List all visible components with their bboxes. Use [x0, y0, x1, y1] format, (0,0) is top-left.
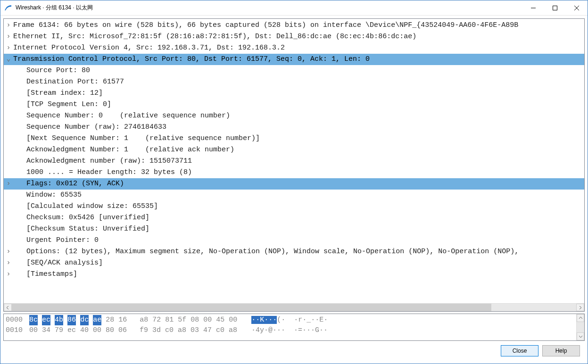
window-buttons — [522, 0, 588, 15]
tree-item-label: Flags: 0x012 (SYN, ACK) — [26, 178, 584, 190]
hex-dump[interactable]: 00008c ec 4b 86 dc ae 28 16 a8 72 81 5f … — [4, 314, 576, 340]
tree-row[interactable]: ›[SEQ/ACK analysis] — [4, 257, 584, 269]
tree-toggle-empty — [4, 133, 13, 144]
window: Wireshark · 分组 6134 · 以太网 ›Frame 6134: 6… — [0, 0, 588, 364]
tree-item-label: Source Port: 80 — [26, 65, 584, 76]
tree-row[interactable]: Checksum: 0x5426 [unverified] — [4, 212, 584, 223]
content-area: ›Frame 6134: 66 bytes on wire (528 bits)… — [0, 16, 588, 364]
tree-toggle-empty — [4, 167, 13, 178]
collapse-icon[interactable]: ⌄ — [4, 54, 13, 65]
expand-icon[interactable]: › — [4, 42, 13, 54]
tree-item-label: Internet Protocol Version 4, Src: 192.16… — [13, 42, 584, 54]
tree-toggle-empty — [4, 65, 13, 76]
tree-row[interactable]: ›Ethernet II, Src: Microsof_72:81:5f (28… — [4, 31, 584, 42]
tree-toggle-empty — [4, 99, 13, 110]
packet-details-tree[interactable]: ›Frame 6134: 66 bytes on wire (528 bits)… — [4, 19, 584, 303]
tree-row[interactable]: [Checksum Status: Unverified] — [4, 223, 584, 235]
expand-icon[interactable]: › — [4, 246, 13, 257]
tree-row[interactable]: ›Internet Protocol Version 4, Src: 192.1… — [4, 42, 584, 54]
tree-item-label: Acknowledgment number (raw): 1515073711 — [26, 156, 584, 167]
tree-item-label: Ethernet II, Src: Microsof_72:81:5f (28:… — [13, 31, 584, 42]
hex-scroll-up-button[interactable] — [577, 314, 584, 322]
packet-bytes-pane[interactable]: 00008c ec 4b 86 dc ae 28 16 a8 72 81 5f … — [3, 314, 585, 341]
expand-icon[interactable]: › — [4, 31, 13, 42]
tree-row[interactable]: Urgent Pointer: 0 — [4, 235, 584, 246]
svg-rect-0 — [553, 6, 557, 10]
tree-row[interactable]: ›Flags: 0x012 (SYN, ACK) — [4, 178, 584, 190]
hex-bytes[interactable]: 00 34 79 ec 40 00 80 06 f9 3d c0 a8 03 4… — [29, 325, 237, 336]
titlebar[interactable]: Wireshark · 分组 6134 · 以太网 — [0, 0, 588, 16]
tree-toggle-empty — [4, 212, 13, 223]
tree-row[interactable]: [Stream index: 12] — [4, 88, 584, 99]
wireshark-icon — [4, 4, 12, 12]
tree-toggle-empty — [4, 201, 13, 212]
expand-icon[interactable]: › — [4, 257, 13, 269]
tree-toggle-empty — [4, 223, 13, 235]
help-button[interactable]: Help — [542, 345, 580, 356]
tree-item-label: Destination Port: 61577 — [26, 76, 584, 88]
packet-details-pane[interactable]: ›Frame 6134: 66 bytes on wire (528 bits)… — [3, 18, 585, 312]
tree-item-label: [Checksum Status: Unverified] — [26, 223, 584, 235]
tree-row[interactable]: ›[Timestamps] — [4, 269, 584, 280]
tree-item-label: Sequence Number (raw): 2746184633 — [26, 122, 584, 133]
scrollbar-track[interactable] — [12, 304, 576, 311]
maximize-button[interactable] — [544, 0, 566, 15]
tree-row[interactable]: ›Options: (12 bytes), Maximum segment si… — [4, 246, 584, 257]
tree-toggle-empty — [4, 88, 13, 99]
tree-toggle-empty — [4, 156, 13, 167]
tree-row[interactable]: Acknowledgment Number: 1 (relative ack n… — [4, 144, 584, 156]
hex-offset: 0000 — [6, 315, 29, 325]
tree-row[interactable]: Sequence Number (raw): 2746184633 — [4, 122, 584, 133]
hex-line[interactable]: 001000 34 79 ec 40 00 80 06 f9 3d c0 a8 … — [6, 325, 574, 336]
hex-ascii[interactable]: ·4y·@··· ·=···G·· — [251, 325, 328, 336]
tree-item-label: [Next Sequence Number: 1 (relative seque… — [26, 133, 584, 144]
tree-row[interactable]: [Next Sequence Number: 1 (relative seque… — [4, 133, 584, 144]
scrollbar-thumb[interactable] — [12, 304, 491, 311]
tree-toggle-empty — [4, 190, 13, 201]
tree-row[interactable]: [Calculated window size: 65535] — [4, 201, 584, 212]
horizontal-scrollbar[interactable] — [4, 303, 584, 311]
tree-toggle-empty — [4, 110, 13, 122]
dialog-footer: Close Help — [3, 341, 585, 361]
tree-toggle-empty — [4, 144, 13, 156]
hex-offset: 0010 — [6, 325, 29, 336]
tree-item-label: Transmission Control Protocol, Src Port:… — [13, 54, 584, 65]
minimize-button[interactable] — [522, 0, 544, 15]
close-button[interactable]: Close — [501, 345, 538, 356]
tree-item-label: Frame 6134: 66 bytes on wire (528 bits),… — [13, 20, 584, 31]
tree-item-label: [TCP Segment Len: 0] — [26, 99, 584, 110]
tree-item-label: [Stream index: 12] — [26, 88, 584, 99]
tree-toggle-empty — [4, 76, 13, 88]
tree-row[interactable]: ⌄Transmission Control Protocol, Src Port… — [4, 54, 584, 65]
tree-item-label: Urgent Pointer: 0 — [26, 235, 584, 246]
hex-ascii[interactable]: ··K···(· ·r·_··E· — [251, 315, 328, 325]
tree-row[interactable]: [TCP Segment Len: 0] — [4, 99, 584, 110]
tree-item-label: Window: 65535 — [26, 190, 584, 201]
expand-icon[interactable]: › — [4, 20, 13, 31]
hex-bytes[interactable]: 8c ec 4b 86 dc ae 28 16 a8 72 81 5f 08 0… — [29, 315, 237, 325]
scroll-left-button[interactable] — [4, 304, 12, 311]
tree-item-label: 1000 .... = Header Length: 32 bytes (8) — [26, 167, 584, 178]
tree-row[interactable]: Sequence Number: 0 (relative sequence nu… — [4, 110, 584, 122]
hex-scroll-down-button[interactable] — [577, 332, 584, 340]
tree-item-label: Options: (12 bytes), Maximum segment siz… — [26, 246, 584, 257]
expand-icon[interactable]: › — [4, 178, 13, 190]
tree-row[interactable]: Destination Port: 61577 — [4, 76, 584, 88]
close-window-button[interactable] — [566, 0, 588, 15]
tree-item-label: [SEQ/ACK analysis] — [26, 257, 584, 269]
tree-item-label: [Timestamps] — [26, 269, 584, 280]
hex-vertical-scrollbar[interactable] — [576, 314, 584, 340]
hex-scrollbar-track[interactable] — [577, 322, 584, 332]
tree-item-label: Checksum: 0x5426 [unverified] — [26, 212, 584, 223]
hex-line[interactable]: 00008c ec 4b 86 dc ae 28 16 a8 72 81 5f … — [6, 315, 574, 325]
window-title: Wireshark · 分组 6134 · 以太网 — [16, 4, 522, 12]
tree-row[interactable]: 1000 .... = Header Length: 32 bytes (8) — [4, 167, 584, 178]
tree-row[interactable]: Acknowledgment number (raw): 1515073711 — [4, 156, 584, 167]
expand-icon[interactable]: › — [4, 269, 13, 280]
tree-item-label: [Calculated window size: 65535] — [26, 201, 584, 212]
tree-row[interactable]: Source Port: 80 — [4, 65, 584, 76]
tree-row[interactable]: Window: 65535 — [4, 190, 584, 201]
scroll-right-button[interactable] — [576, 304, 584, 311]
tree-row[interactable]: ›Frame 6134: 66 bytes on wire (528 bits)… — [4, 20, 584, 31]
tree-toggle-empty — [4, 122, 13, 133]
